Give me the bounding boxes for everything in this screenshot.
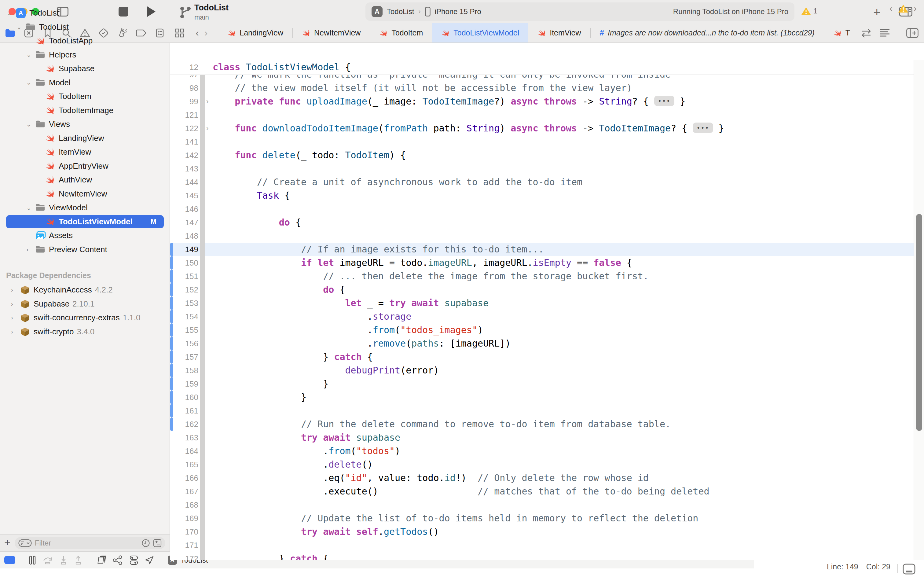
fold-ribbon[interactable]	[200, 431, 205, 444]
fold-ribbon[interactable]	[200, 498, 205, 512]
line-number[interactable]: 154	[174, 310, 198, 323]
line-number[interactable]: 146	[174, 202, 198, 216]
code-line[interactable]: 166 .eq("id", value: todo.id!) // Only d…	[170, 471, 914, 485]
line-number[interactable]: 170	[174, 525, 198, 538]
sidebar-item-AuthView[interactable]: AuthView	[0, 173, 170, 187]
line-number[interactable]: 159	[174, 377, 198, 390]
fold-ribbon[interactable]	[200, 538, 205, 552]
fold-ribbon[interactable]	[200, 189, 205, 202]
disclosure-chevron-icon[interactable]: ›	[11, 297, 13, 311]
line-number[interactable]: 166	[174, 471, 198, 485]
sidebar-item-Helpers[interactable]: ⌄Helpers	[0, 48, 170, 62]
line-number[interactable]: 147	[174, 216, 198, 229]
code-line[interactable]: 159 }	[170, 377, 914, 390]
line-number[interactable]: 168	[174, 498, 198, 512]
filter-options-icon[interactable]	[18, 539, 32, 547]
folded-code-ellipsis[interactable]: •••	[654, 96, 674, 106]
fold-ribbon[interactable]	[200, 310, 205, 323]
line-number[interactable]: 157	[174, 350, 198, 364]
line-number[interactable]: 122	[174, 122, 198, 135]
code-line[interactable]: 146	[170, 202, 914, 216]
sidebar-item-ViewModel[interactable]: ⌄ViewModel	[0, 201, 170, 214]
disclosure-chevron-icon[interactable]: ›	[11, 325, 13, 338]
fold-ribbon[interactable]	[200, 122, 205, 135]
environment-overrides-icon[interactable]	[130, 555, 138, 565]
add-editor-icon[interactable]	[906, 28, 919, 38]
code-line[interactable]: 149 // If an image exists for this to-do…	[170, 243, 914, 256]
tab-commit-message[interactable]: #Images are now downloaded...n the to-do…	[591, 23, 824, 42]
filter-field[interactable]: Filter	[14, 537, 165, 549]
fold-ribbon[interactable]	[200, 471, 205, 485]
line-number[interactable]: 153	[174, 297, 198, 310]
breakpoints-toggle-button[interactable]	[4, 556, 15, 564]
line-number[interactable]: 156	[174, 337, 198, 350]
package-item-Supabase[interactable]: ›Supabase2.10.1	[0, 297, 170, 311]
code-line[interactable]: 165 .delete()	[170, 458, 914, 471]
code-line[interactable]: 171	[170, 538, 914, 552]
sidebar-item-LandingView[interactable]: LandingView	[0, 131, 170, 145]
scrollbar-thumb[interactable]	[916, 214, 922, 431]
line-number[interactable]: 160	[174, 390, 198, 404]
code-line[interactable]: 154 .storage	[170, 310, 914, 323]
fold-ribbon[interactable]	[200, 390, 205, 404]
tab-LandingView[interactable]: LandingView	[218, 23, 292, 42]
code-line[interactable]: 142 func delete(_ todo: TodoItem) {	[170, 148, 914, 162]
code-line[interactable]: 148	[170, 229, 914, 243]
disclosure-chevron-icon[interactable]: ⌄	[26, 76, 31, 90]
sidebar-item-Supabase[interactable]: Supabase	[0, 62, 170, 76]
fold-ribbon[interactable]	[200, 458, 205, 471]
line-number[interactable]: 165	[174, 458, 198, 471]
code-line[interactable]: 153 let _ = try await supabase	[170, 297, 914, 310]
line-number[interactable]: 167	[174, 485, 198, 498]
recent-files-icon[interactable]	[142, 539, 150, 547]
sidebar-item-TodoListViewModel[interactable]: TodoListViewModelM	[0, 215, 170, 229]
sidebar-item-TodoList[interactable]: ⌄ATodoList	[0, 17, 170, 20]
source-editor[interactable]: 97 // we mark the function as "private" …	[170, 60, 914, 560]
step-into-icon[interactable]	[60, 556, 68, 565]
fold-ribbon[interactable]	[200, 417, 205, 431]
sidebar-item-TodoList[interactable]: ⌄TodoList	[0, 20, 170, 34]
code-line[interactable]: 152 do {	[170, 283, 914, 297]
code-line[interactable]: 164 .from("todos")	[170, 444, 914, 458]
code-line[interactable]: 163 try await supabase	[170, 431, 914, 444]
code-line[interactable]: 99› private func uploadImage(_ image: To…	[170, 95, 914, 108]
line-number[interactable]: 158	[174, 364, 198, 377]
code-line[interactable]: 161	[170, 404, 914, 417]
code-line[interactable]: 156 .remove(paths: [imageURL])	[170, 337, 914, 350]
sidebar-item-NewItemView[interactable]: NewItemView	[0, 187, 170, 201]
sidebar-item-TodoItemImage[interactable]: TodoItemImage	[0, 103, 170, 118]
editor-overview-icon[interactable]	[175, 28, 184, 38]
line-number[interactable]: 121	[174, 108, 198, 122]
library-plus-button[interactable]: +	[873, 5, 880, 19]
line-number[interactable]: 163	[174, 431, 198, 444]
scm-status-filter-icon[interactable]	[153, 539, 162, 547]
disclosure-chevron-icon[interactable]: ⌄	[16, 20, 22, 34]
code-line[interactable]: 169 // Update the list of to-do items he…	[170, 512, 914, 525]
pinned-declaration[interactable]: class TodoListViewModel {	[212, 60, 351, 74]
fold-ribbon[interactable]	[200, 323, 205, 337]
code-line[interactable]: 162 // Run the delete command to remove …	[170, 417, 914, 431]
sidebar-item-Preview-Content[interactable]: ›Preview Content	[0, 243, 170, 256]
disclosure-chevron-icon[interactable]: ⌄	[26, 48, 31, 62]
line-number[interactable]: 155	[174, 323, 198, 337]
simulate-location-icon[interactable]	[145, 556, 154, 565]
fold-ribbon[interactable]	[200, 95, 205, 108]
line-number[interactable]: 144	[174, 176, 198, 189]
scrollbar-track[interactable]	[914, 60, 924, 560]
code-line[interactable]: 155 .from("todos_images")	[170, 323, 914, 337]
code-line[interactable]: 151 // ... then delete the image from th…	[170, 269, 914, 283]
code-line[interactable]: 168	[170, 498, 914, 512]
fold-ribbon[interactable]	[200, 512, 205, 525]
line-number[interactable]: 169	[174, 512, 198, 525]
line-number[interactable]: 172	[174, 552, 198, 560]
sidebar-item-TodoListApp[interactable]: TodoListApp	[0, 34, 170, 48]
fold-chevron-icon[interactable]: ›	[206, 95, 208, 108]
fold-ribbon[interactable]	[200, 81, 205, 95]
disclosure-chevron-icon[interactable]: ›	[11, 283, 13, 297]
add-file-button[interactable]: +	[4, 537, 10, 548]
sidebar-item-Assets[interactable]: Assets	[0, 229, 170, 242]
fold-ribbon[interactable]	[200, 216, 205, 229]
fold-ribbon[interactable]	[200, 485, 205, 498]
package-item-KeychainAccess[interactable]: ›KeychainAccess4.2.2	[0, 283, 170, 297]
code-line[interactable]: 121	[170, 108, 914, 122]
